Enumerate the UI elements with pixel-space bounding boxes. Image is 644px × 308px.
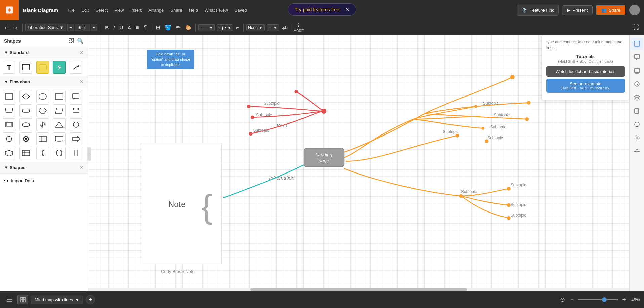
fc-hexagon[interactable] [36,104,49,117]
font-size-decrease[interactable]: − [67,24,74,31]
fill-color-button[interactable]: 🪣 [163,24,173,31]
fc-double-border[interactable] [3,118,15,131]
rectangle-shape[interactable] [19,61,32,74]
line-color-button[interactable]: ✏ [174,24,182,31]
horizontal-scrollbar[interactable] [88,288,629,291]
search-icon[interactable]: 🔍 [77,38,84,44]
share-button[interactable]: 👥 Share [596,5,626,15]
fc-shield[interactable] [3,147,15,159]
fc-diamond[interactable] [19,90,32,103]
font-family-select[interactable]: Liberation Sans ▼ [25,24,66,31]
fc-vertical-sep[interactable] [70,147,82,159]
standard-section-close[interactable]: ✕ [80,50,84,55]
italic-button[interactable]: I [112,24,116,31]
import-data-section[interactable]: ↪ Import Data [0,173,88,188]
fc-border[interactable] [53,90,66,103]
present-button[interactable]: ▶ Present [562,5,593,15]
menu-edit[interactable]: Edit [79,6,91,14]
feature-find-button[interactable]: 🔭 Feature Find [517,5,559,16]
menu-saved[interactable]: Saved [232,6,250,14]
fc-speech[interactable] [70,90,82,103]
zoom-out-button[interactable]: − [569,296,575,304]
bold-button[interactable]: B [103,24,110,31]
app-logo[interactable] [0,0,19,20]
pages-icon[interactable] [631,105,643,117]
watch-tutorials-button[interactable]: Watch lucidchart basic tutorials [546,66,625,77]
fc-crosshair[interactable] [3,132,15,145]
fc-arrow-shape[interactable] [70,132,82,145]
menu-insert[interactable]: Insert [128,6,145,14]
fc-list[interactable] [19,147,32,159]
connection-end-select[interactable]: → ▼ [267,24,279,31]
text-format-button[interactable]: ¶ [142,24,149,31]
menu-share[interactable]: Share [168,6,185,14]
line-style-select[interactable]: —— ▼ [198,24,215,31]
font-color-button[interactable]: A [126,24,133,31]
fc-grid[interactable] [36,132,49,145]
fc-curved[interactable] [19,118,32,131]
present-panel-icon[interactable] [631,65,643,77]
fc-round-rect2[interactable] [19,104,32,117]
more-dot-1 [298,23,299,24]
integration-icon[interactable] [631,145,643,157]
fc-rect[interactable] [3,90,15,103]
line-width-select[interactable]: 2 px ▼ [217,24,233,31]
fc-triangle[interactable] [53,118,66,131]
swap-button[interactable]: ⇄ [280,24,288,31]
menu-help[interactable]: Help [186,6,201,14]
style-button[interactable]: 🎨 [184,24,193,31]
font-size-input[interactable] [75,24,90,31]
sidebar-collapse-handle[interactable]: ‹ [87,147,91,161]
line-shape-button[interactable]: ⌐ [234,24,241,31]
automation-icon[interactable] [631,132,643,144]
flowchart-section-close[interactable]: ✕ [80,79,84,84]
fc-x-circle[interactable] [19,132,32,145]
font-size-increase[interactable]: + [91,24,97,31]
redo-button[interactable]: ↪ [11,24,19,32]
panel-toggle-button[interactable] [631,38,643,50]
arrow-shape[interactable] [70,61,82,74]
zoom-in-button[interactable]: + [621,296,627,304]
fc-cylinder[interactable] [70,104,82,117]
promo-close-button[interactable]: ✕ [345,6,349,13]
list-view-button[interactable] [4,295,15,304]
see-example-button[interactable]: See an example (Hold Shift + ⌘ or Ctrl, … [546,79,625,93]
comments-icon[interactable] [631,51,643,63]
zoom-slider-thumb[interactable] [602,297,607,302]
fullscreen-button[interactable]: ⛶ [631,23,641,32]
fc-double-brace[interactable] [53,147,66,159]
user-avatar[interactable] [629,5,640,15]
add-page-button[interactable]: + [86,295,95,304]
history-icon[interactable] [631,78,643,90]
fc-trapezoid[interactable] [3,104,15,117]
grid-view-button[interactable] [17,295,28,304]
fc-doc[interactable] [53,132,66,145]
lightning-shape[interactable] [53,61,66,74]
menu-view[interactable]: View [112,6,127,14]
more-button[interactable] [294,23,304,28]
undo-button[interactable]: ↩ [3,24,11,32]
underline-button[interactable]: U [118,24,125,31]
fc-circle[interactable] [70,118,82,131]
fc-rounded[interactable] [36,90,49,103]
chat-icon[interactable] [631,118,643,130]
rounded-rect-shape[interactable] [36,61,49,74]
layers-icon[interactable] [631,91,643,104]
image-search-icon[interactable]: 🖼 [69,38,74,44]
menu-select[interactable]: Select [93,6,110,14]
connection-start-select[interactable]: None ▼ [246,24,265,31]
scrollbar-thumb[interactable] [250,288,467,291]
fc-curly-brace[interactable] [36,147,49,159]
menu-arrange[interactable]: Arrange [146,6,166,14]
fc-arrows[interactable] [36,118,49,131]
zoom-compass-button[interactable]: ⊙ [559,295,566,304]
fc-parallelogram[interactable] [53,104,66,117]
menu-whats-new[interactable]: What's New [202,6,231,14]
diagram-name-button[interactable]: Mind map with lines ▼ [31,296,83,304]
table-button[interactable]: ⊞ [154,24,162,31]
text-align-button[interactable]: ≡ [134,24,140,31]
zoom-slider[interactable] [578,299,618,300]
shapes-section-close[interactable]: ✕ [80,165,84,170]
text-shape[interactable]: T [3,61,15,74]
menu-file[interactable]: File [65,6,77,14]
